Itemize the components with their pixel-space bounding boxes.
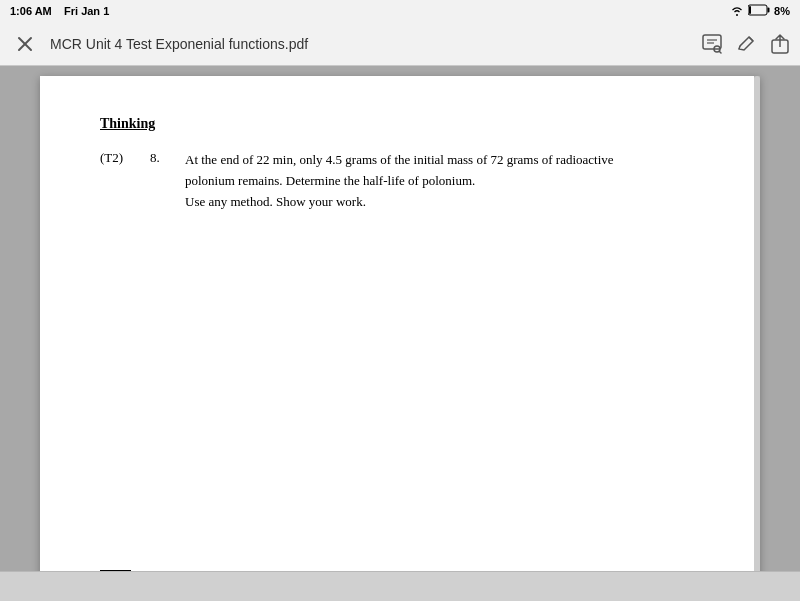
svg-rect-1 (768, 8, 770, 13)
date-display: Fri Jan 1 (64, 5, 109, 17)
question-row: (T2) 8. At the end of 22 min, only 4.5 g… (100, 150, 700, 212)
time-display: 1:06 AM (10, 5, 52, 17)
wifi-icon (730, 5, 744, 18)
close-button[interactable] (10, 29, 40, 59)
edit-icon[interactable] (736, 34, 756, 54)
bottom-label: A4,T2 (100, 570, 131, 571)
status-time: 1:06 AM Fri Jan 1 (10, 5, 109, 17)
question-line1: At the end of 22 min, only 4.5 grams of … (185, 152, 614, 167)
svg-rect-2 (749, 6, 751, 14)
svg-line-9 (719, 51, 721, 53)
question-mark: (T2) (100, 150, 150, 166)
question-number: 8. (150, 150, 185, 166)
battery-percent: 8% (774, 5, 790, 17)
scrollbar[interactable] (754, 76, 760, 571)
status-bar: 1:06 AM Fri Jan 1 8% (0, 0, 800, 22)
document-title: MCR Unit 4 Test Exponenial functions.pdf (50, 36, 692, 52)
nav-bar: MCR Unit 4 Test Exponenial functions.pdf (0, 22, 800, 66)
share-icon[interactable] (770, 34, 790, 54)
pdf-wrapper: Thinking (T2) 8. At the end of 22 min, o… (40, 76, 760, 571)
search-icon[interactable] (702, 34, 722, 54)
bottom-bar (0, 571, 800, 601)
nav-action-icons (702, 34, 790, 54)
question-text: At the end of 22 min, only 4.5 grams of … (185, 150, 700, 212)
section-heading: Thinking (100, 116, 700, 132)
status-icons: 8% (730, 4, 790, 18)
pdf-area: Thinking (T2) 8. At the end of 22 min, o… (0, 66, 800, 571)
pdf-page: Thinking (T2) 8. At the end of 22 min, o… (40, 76, 760, 571)
scroll-thumb[interactable] (754, 81, 760, 121)
question-line3: Use any method. Show your work. (185, 194, 366, 209)
question-line2: polonium remains. Determine the half-lif… (185, 173, 475, 188)
battery-icon (748, 4, 770, 18)
svg-line-10 (749, 37, 753, 41)
